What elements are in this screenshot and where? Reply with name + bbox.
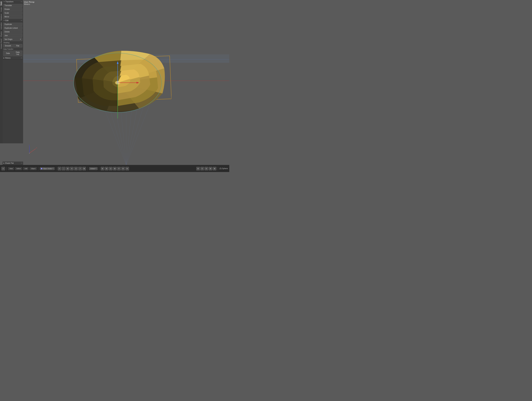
snap-icon-1[interactable]: ⊞	[101, 167, 104, 170]
set-origin-dropdown[interactable]: Set Origin ▼	[3, 38, 22, 41]
svg-line-26	[29, 149, 36, 153]
delete-button[interactable]: Delete	[3, 30, 22, 33]
history-section-header[interactable]: ▶ History	[2, 56, 23, 60]
sidebar-tabs: Tools Create Relations Animation Physics…	[0, 0, 2, 143]
sep-1	[6, 167, 7, 170]
data-button[interactable]: Data	[3, 51, 13, 56]
main-viewport[interactable]: User Persp Meters	[23, 0, 229, 165]
snap-icon-7[interactable]: ⊗	[125, 167, 129, 170]
viewport-icon-2[interactable]: ⊞	[66, 167, 70, 170]
transform-collapse-arrow: ▼	[3, 1, 5, 2]
sep-4	[87, 167, 88, 170]
edit-collapse-arrow: ▼	[3, 20, 5, 21]
shade-flat-arrow: ▶	[3, 162, 5, 164]
viewport-label: User Persp Meters	[24, 1, 34, 5]
transform-section-header[interactable]: ▼ Transform	[2, 0, 23, 3]
sidebar-tab-animation[interactable]: Animation	[0, 22, 2, 30]
snap-icon-3[interactable]: ⊡	[109, 167, 113, 170]
sphere-label: (3) Sphere	[219, 167, 228, 170]
set-origin-label: Set Origin	[5, 38, 12, 40]
sidebar-tab-grease-pencil[interactable]: Grease Pencil	[0, 38, 2, 50]
shade-flat-line	[21, 163, 22, 163]
data-transfer-row: Data Data Lay	[3, 51, 22, 56]
snap-icon-4[interactable]: ⊠	[113, 167, 117, 170]
mode-arrow-icon: ▼	[52, 168, 54, 169]
object-menu[interactable]: Object	[30, 167, 37, 170]
mode-label: Object Mode	[43, 168, 52, 170]
history-label: History	[5, 57, 11, 59]
viewport-label-meters: Meters	[24, 3, 34, 5]
rotate-button[interactable]: Rotate	[3, 7, 22, 11]
snap-icon-2[interactable]: ⊞	[105, 167, 108, 170]
edit-label: Edit	[5, 19, 8, 21]
duplicate-button[interactable]: Duplicate	[3, 23, 22, 26]
snap-icons: ⊞ ⊞ ⊡ ⊠ ⟳ ⊕ ⊗	[101, 167, 129, 170]
viewport-icon-6[interactable]: ⊠	[82, 167, 86, 170]
flat-button[interactable]: Flat	[13, 44, 23, 47]
global-label: Global	[90, 168, 95, 170]
viewport-icon-3[interactable]: ≋	[70, 167, 74, 170]
right-icon-1[interactable]: ⊞	[196, 167, 200, 170]
left-panel: ▼ Transform Translate Rotate Scale Mirro…	[2, 0, 23, 143]
sep-3	[56, 167, 56, 170]
shading-row: Smooth Flat	[3, 44, 22, 47]
transform-label: Transform	[5, 1, 13, 3]
3d-object-container	[71, 43, 171, 119]
right-icon-2[interactable]: ⊡	[200, 167, 204, 170]
svg-point-30	[29, 153, 30, 153]
shade-flat-section: ▶ Shade Flat	[2, 161, 23, 165]
right-icons: ⊞ ⊡ ⊟ ⊞ ⊠	[196, 167, 216, 170]
snap-icon-6[interactable]: ⊕	[121, 167, 125, 170]
viewport-label-persp: User Persp	[24, 1, 34, 3]
shading-label: Shading:	[2, 41, 23, 44]
scale-button[interactable]: Scale	[3, 11, 22, 15]
history-collapse-arrow: ▶	[3, 57, 5, 59]
set-origin-arrow-icon: ▼	[20, 38, 21, 40]
mode-selector[interactable]: Object Mode ▼	[40, 167, 55, 170]
data-transfer-label: Data Transfer:	[2, 48, 23, 50]
axis-widget: X Z	[27, 143, 39, 156]
translate-button[interactable]: Translate	[3, 4, 22, 7]
view-menu[interactable]: View	[8, 167, 14, 170]
snap-icon-5[interactable]: ⟳	[117, 167, 121, 170]
circle-icon[interactable]: ⊙	[58, 167, 61, 170]
viewport-icon-5[interactable]: ↗	[78, 167, 82, 170]
sidebar-tab-tools[interactable]: Tools	[0, 1, 2, 6]
sidebar-tab-physics[interactable]: Physics	[0, 31, 2, 38]
edit-section-header[interactable]: ▼ Edit	[2, 19, 23, 22]
mirror-button[interactable]: Mirror	[3, 15, 22, 19]
right-icon-4[interactable]: ⊞	[209, 167, 212, 170]
select-menu[interactable]: Select	[15, 167, 22, 170]
join-button[interactable]: Join	[3, 34, 22, 37]
cursor-icon[interactable]: ⊙	[1, 167, 5, 170]
viewport-icon-4[interactable]: ⊡	[74, 167, 78, 170]
right-icon-3[interactable]: ⊟	[205, 167, 208, 170]
duplicate-linked-button[interactable]: Duplicate Linked	[3, 26, 22, 30]
shade-flat-label: Shade Flat	[5, 162, 14, 164]
mode-dot-icon	[41, 168, 42, 169]
statusbar: ⊙ View Select Add Object Object Mode ▼ ⊙…	[0, 165, 229, 172]
data-lay-button[interactable]: Data Lay	[13, 51, 23, 56]
svg-point-24	[117, 83, 118, 83]
svg-text:Z: Z	[29, 144, 30, 146]
global-selector[interactable]: Global ▼	[89, 167, 98, 170]
smooth-button[interactable]: Smooth	[3, 44, 13, 47]
shade-flat-header[interactable]: ▶ Shade Flat	[2, 161, 23, 165]
sep-5	[99, 167, 99, 170]
svg-text:X: X	[36, 147, 37, 149]
sidebar-tab-create[interactable]: Create	[0, 6, 2, 13]
viewport-icon-1[interactable]: ⬚	[62, 167, 65, 170]
sidebar-tab-relations[interactable]: Relations	[0, 13, 2, 21]
add-menu[interactable]: Add	[23, 167, 28, 170]
viewport-icons: ⊙ ⬚ ⊞ ≋ ⊡ ↗ ⊠	[58, 167, 86, 170]
global-arrow-icon: ▼	[95, 168, 96, 169]
right-icon-5[interactable]: ⊠	[213, 167, 216, 170]
sphere-object	[71, 43, 171, 119]
edit-collapse-line	[21, 20, 22, 21]
